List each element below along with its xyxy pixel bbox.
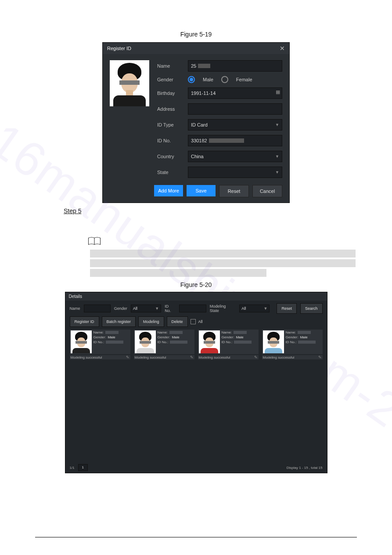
face-thumb [135, 330, 156, 353]
add-more-button[interactable]: Add More [154, 185, 183, 196]
page-input[interactable]: 1 [78, 464, 88, 471]
filter-modeling-select[interactable]: All▼ [239, 305, 270, 312]
modeling-status: Modeling successful [135, 355, 166, 359]
edit-icon[interactable]: ✎ [318, 355, 322, 359]
figure-5-19-caption: Figure 5-19 [0, 31, 392, 38]
dialog-title: Register ID [107, 46, 131, 51]
id-no-label: ID No. [157, 138, 188, 143]
face-thumb [263, 330, 284, 353]
face-thumb [199, 330, 220, 353]
state-label: State [157, 170, 188, 175]
redacted-text-line [90, 250, 356, 258]
modeling-button[interactable]: Modeling [138, 316, 164, 327]
gender-male-radio[interactable] [188, 76, 195, 83]
step-5-heading: Step 5 [64, 207, 392, 214]
country-label: Country [157, 154, 188, 159]
details-panel: Details Name Gender All▼ ID No. Modeling… [65, 292, 327, 473]
save-button[interactable]: Save [187, 185, 216, 196]
select-all-checkbox[interactable] [191, 319, 196, 324]
book-icon [88, 240, 101, 247]
face-thumb [71, 330, 92, 353]
gender-male-label: Male [203, 77, 213, 82]
id-type-label: ID Type [157, 122, 188, 127]
details-title: Details [65, 292, 327, 301]
filter-name-input[interactable] [84, 305, 111, 312]
name-label: Name [157, 63, 188, 69]
display-count: Display 1 - 15 , total 15 [287, 466, 323, 470]
delete-button[interactable]: Delete [167, 316, 188, 327]
address-input[interactable] [188, 103, 282, 115]
birthday-label: Birthday [157, 91, 188, 96]
register-id-button[interactable]: Register ID [70, 316, 99, 327]
cancel-button[interactable]: Cancel [252, 185, 282, 197]
filter-reset-button[interactable]: Reset [277, 303, 297, 314]
pagination-info: 1/1 [70, 466, 75, 470]
filter-idno-label: ID No. [165, 304, 176, 313]
batch-register-button[interactable]: Batch register [102, 316, 136, 327]
gender-label: Gender [157, 77, 188, 82]
edit-icon[interactable]: ✎ [254, 355, 258, 359]
select-all-label: All [198, 319, 203, 324]
country-select[interactable]: China▼ [188, 151, 282, 162]
figure-5-20-caption: Figure 5-20 [0, 281, 392, 288]
id-no-input[interactable]: 330182 [188, 135, 282, 146]
reset-button[interactable]: Reset [219, 185, 249, 197]
modeling-status: Modeling successful [71, 355, 102, 359]
face-card[interactable]: Name: Gender:Male ID No.: Modeling succe… [134, 330, 194, 359]
name-input[interactable]: 25 [188, 60, 282, 72]
register-id-dialog: Register ID ✕ Name 25 Gender Male Fema [102, 42, 290, 203]
id-type-select[interactable]: ID Card▼ [188, 119, 282, 131]
modeling-status: Modeling successful [263, 355, 295, 359]
edit-icon[interactable]: ✎ [126, 355, 129, 359]
chevron-down-icon: ▼ [275, 154, 279, 159]
close-icon[interactable]: ✕ [280, 45, 285, 51]
birthday-input[interactable]: 1991-11-14 ▦ [188, 87, 282, 99]
calendar-icon[interactable]: ▦ [276, 89, 280, 95]
face-card[interactable]: Name: Gender:Male ID No.: Modeling succe… [198, 330, 259, 359]
id-photo [110, 60, 149, 106]
edit-icon[interactable]: ✎ [190, 355, 194, 359]
filter-search-button[interactable]: Search [300, 303, 323, 314]
address-label: Address [157, 106, 188, 112]
gender-female-radio[interactable] [221, 76, 228, 83]
chevron-down-icon: ▼ [275, 170, 279, 174]
filter-name-label: Name [70, 306, 80, 311]
redacted-text-line [90, 269, 266, 277]
page-footer-rule [35, 537, 357, 537]
state-select[interactable]: ▼ [188, 167, 282, 178]
face-card[interactable]: Name: Gender:Male ID No.: Modeling succe… [262, 330, 323, 359]
filter-gender-label: Gender [114, 306, 127, 311]
modeling-status: Modeling successful [199, 355, 230, 359]
filter-idno-input[interactable] [179, 305, 206, 312]
filter-modeling-label: Modeling State [210, 304, 236, 313]
face-card[interactable]: Name: Gender:Male ID No.: Modeling succe… [70, 330, 130, 359]
gender-female-label: Female [236, 77, 252, 82]
redacted-text-line [90, 259, 356, 267]
chevron-down-icon: ▼ [275, 123, 279, 127]
filter-gender-select[interactable]: All▼ [131, 305, 161, 312]
